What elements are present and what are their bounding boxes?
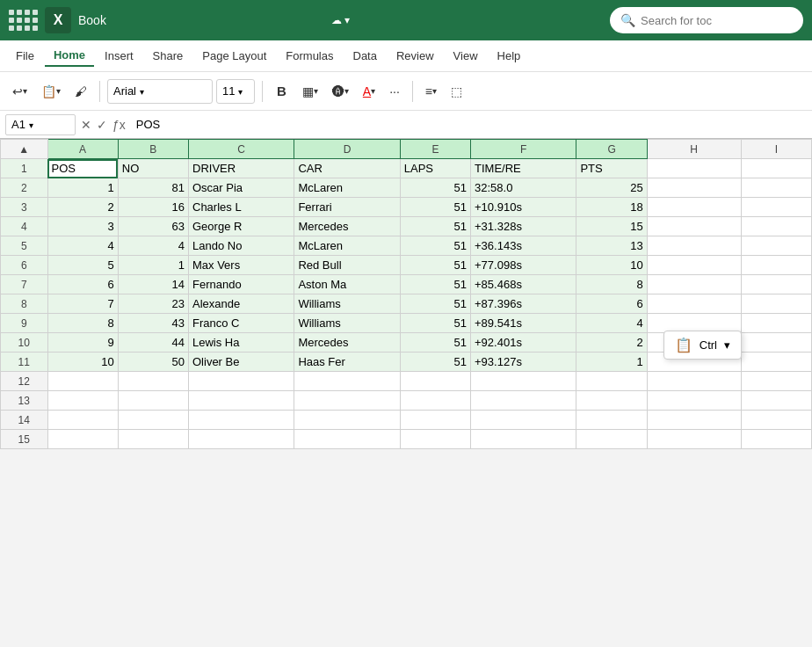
cell-3-H[interactable] bbox=[647, 198, 741, 217]
menu-home[interactable]: Home bbox=[45, 45, 94, 67]
cell-6-I[interactable] bbox=[741, 256, 811, 275]
row-num-13[interactable]: 13 bbox=[1, 391, 48, 411]
menu-data[interactable]: Data bbox=[344, 46, 386, 66]
cell-1-D[interactable]: CAR bbox=[294, 159, 400, 178]
cell-5-G[interactable]: 13 bbox=[576, 236, 647, 256]
cell-13-G[interactable] bbox=[576, 391, 647, 411]
font-size-select[interactable]: 11 bbox=[216, 79, 255, 104]
col-header-i[interactable]: I bbox=[741, 140, 811, 159]
cell-13-B[interactable] bbox=[118, 391, 188, 411]
font-color-button[interactable]: A ▾ bbox=[358, 81, 381, 102]
cell-3-C[interactable]: Charles L bbox=[189, 198, 294, 217]
cell-8-A[interactable]: 7 bbox=[47, 294, 118, 314]
row-num-10[interactable]: 10 bbox=[1, 333, 48, 353]
menu-file[interactable]: File bbox=[7, 46, 43, 66]
cell-9-E[interactable]: 51 bbox=[400, 314, 470, 333]
cell-10-C[interactable]: Lewis Ha bbox=[189, 333, 294, 353]
merge-button[interactable]: ⬚ bbox=[446, 81, 468, 102]
col-header-a[interactable]: A bbox=[47, 140, 118, 159]
cell-4-E[interactable]: 51 bbox=[400, 217, 470, 236]
row-num-14[interactable]: 14 bbox=[1, 411, 48, 430]
cell-11-F[interactable]: +93.127s bbox=[471, 353, 576, 372]
cell-12-C[interactable] bbox=[189, 372, 294, 391]
cell-2-A[interactable]: 1 bbox=[47, 178, 118, 198]
ctrl-popup[interactable]: 📋 Ctrl ▾ bbox=[663, 331, 742, 360]
cell-9-F[interactable]: +89.541s bbox=[471, 314, 576, 333]
cell-3-I[interactable] bbox=[741, 198, 811, 217]
cell-3-B[interactable]: 16 bbox=[118, 198, 188, 217]
cell-15-B[interactable] bbox=[118, 430, 188, 449]
cell-9-G[interactable]: 4 bbox=[576, 314, 647, 333]
cell-12-B[interactable] bbox=[118, 372, 188, 391]
cell-1-F[interactable]: TIME/RE bbox=[471, 159, 576, 178]
cell-14-C[interactable] bbox=[189, 411, 294, 430]
confirm-formula-icon[interactable]: ✓ bbox=[97, 118, 107, 132]
cell-14-A[interactable] bbox=[47, 411, 118, 430]
cell-13-E[interactable] bbox=[400, 391, 470, 411]
cell-4-F[interactable]: +31.328s bbox=[471, 217, 576, 236]
cell-10-A[interactable]: 9 bbox=[47, 333, 118, 353]
cell-15-A[interactable] bbox=[47, 430, 118, 449]
col-header-g[interactable]: G bbox=[576, 140, 647, 159]
cell-12-A[interactable] bbox=[47, 372, 118, 391]
cell-14-B[interactable] bbox=[118, 411, 188, 430]
cell-5-A[interactable]: 4 bbox=[47, 236, 118, 256]
cell-12-G[interactable] bbox=[576, 372, 647, 391]
cell-6-F[interactable]: +77.098s bbox=[471, 256, 576, 275]
cell-14-I[interactable] bbox=[741, 411, 811, 430]
col-header-f[interactable]: F bbox=[471, 140, 576, 159]
format-painter-button[interactable]: 🖌 bbox=[69, 81, 92, 102]
menu-formulas[interactable]: Formulas bbox=[277, 46, 342, 66]
cell-2-D[interactable]: McLaren bbox=[294, 178, 400, 198]
cell-13-I[interactable] bbox=[741, 391, 811, 411]
cell-7-E[interactable]: 51 bbox=[400, 275, 470, 294]
cell-13-C[interactable] bbox=[189, 391, 294, 411]
cell-1-I[interactable] bbox=[741, 159, 811, 178]
cell-5-E[interactable]: 51 bbox=[400, 236, 470, 256]
cell-10-G[interactable]: 2 bbox=[576, 333, 647, 353]
cell-15-H[interactable] bbox=[647, 430, 741, 449]
cell-2-F[interactable]: 32:58.0 bbox=[471, 178, 576, 198]
formula-input[interactable] bbox=[131, 118, 807, 131]
col-header-c[interactable]: C bbox=[189, 140, 294, 159]
cell-2-H[interactable] bbox=[647, 178, 741, 198]
row-num-6[interactable]: 6 bbox=[1, 256, 48, 275]
cell-1-H[interactable] bbox=[647, 159, 741, 178]
col-header-d[interactable]: D bbox=[294, 140, 400, 159]
cell-1-A[interactable]: POS bbox=[47, 159, 118, 178]
cell-14-H[interactable] bbox=[647, 411, 741, 430]
insert-function-icon[interactable]: ƒx bbox=[112, 118, 126, 132]
cell-7-B[interactable]: 14 bbox=[118, 275, 188, 294]
cell-10-I[interactable] bbox=[741, 333, 811, 353]
cell-11-G[interactable]: 1 bbox=[576, 353, 647, 372]
cell-4-D[interactable]: Mercedes bbox=[294, 217, 400, 236]
undo-button[interactable]: ↩ ▾ bbox=[7, 81, 33, 102]
row-num-12[interactable]: 12 bbox=[1, 372, 48, 391]
cell-12-I[interactable] bbox=[741, 372, 811, 391]
row-num-1[interactable]: 1 bbox=[1, 159, 48, 178]
cell-5-I[interactable] bbox=[741, 236, 811, 256]
row-num-5[interactable]: 5 bbox=[1, 236, 48, 256]
row-num-7[interactable]: 7 bbox=[1, 275, 48, 294]
cell-7-H[interactable] bbox=[647, 275, 741, 294]
cell-6-E[interactable]: 51 bbox=[400, 256, 470, 275]
cell-5-H[interactable] bbox=[647, 236, 741, 256]
cell-10-F[interactable]: +92.401s bbox=[471, 333, 576, 353]
cell-12-E[interactable] bbox=[400, 372, 470, 391]
search-box[interactable]: 🔍 bbox=[610, 7, 803, 33]
cell-14-D[interactable] bbox=[294, 411, 400, 430]
cell-9-I[interactable] bbox=[741, 314, 811, 333]
cell-7-C[interactable]: Fernando bbox=[189, 275, 294, 294]
cell-6-B[interactable]: 1 bbox=[118, 256, 188, 275]
fill-color-button[interactable]: 🅐 ▾ bbox=[327, 81, 354, 102]
cell-6-H[interactable] bbox=[647, 256, 741, 275]
col-header-e[interactable]: E bbox=[400, 140, 470, 159]
borders-button[interactable]: ▦ ▾ bbox=[297, 81, 323, 102]
cell-15-E[interactable] bbox=[400, 430, 470, 449]
cell-5-D[interactable]: McLaren bbox=[294, 236, 400, 256]
cell-15-I[interactable] bbox=[741, 430, 811, 449]
cell-4-G[interactable]: 15 bbox=[576, 217, 647, 236]
cell-5-F[interactable]: +36.143s bbox=[471, 236, 576, 256]
cell-reference-box[interactable]: A1 bbox=[5, 114, 76, 135]
cell-8-C[interactable]: Alexande bbox=[189, 294, 294, 314]
